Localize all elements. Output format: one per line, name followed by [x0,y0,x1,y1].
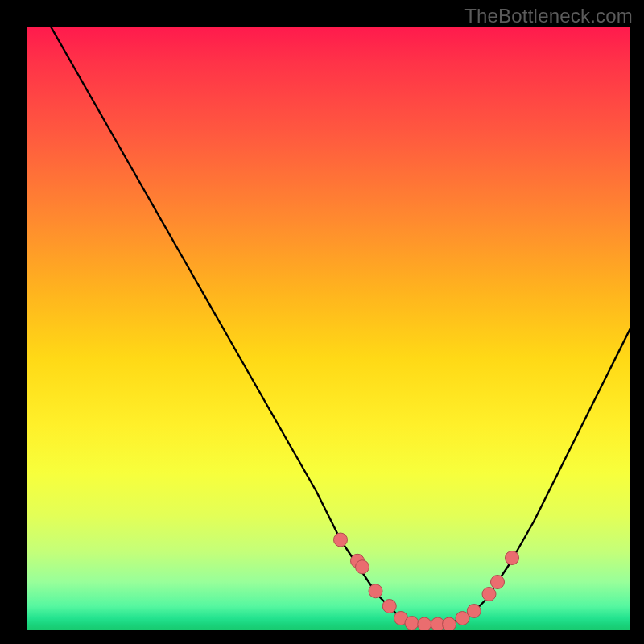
chart-stage: TheBottleneck.com [0,0,644,644]
marker-point [369,584,382,598]
chart-svg [27,27,630,630]
marker-point [356,560,369,574]
marker-group [334,533,519,630]
watermark-text: TheBottleneck.com [464,5,633,27]
marker-point [491,576,505,589]
marker-point [467,605,481,618]
marker-point [506,551,519,565]
marker-point [334,533,348,547]
bottleneck-curve [27,27,630,625]
marker-point [418,617,431,630]
marker-point [443,617,456,630]
marker-point [405,617,419,630]
marker-point [382,600,396,613]
marker-point [482,588,496,601]
plot-area [27,27,630,630]
